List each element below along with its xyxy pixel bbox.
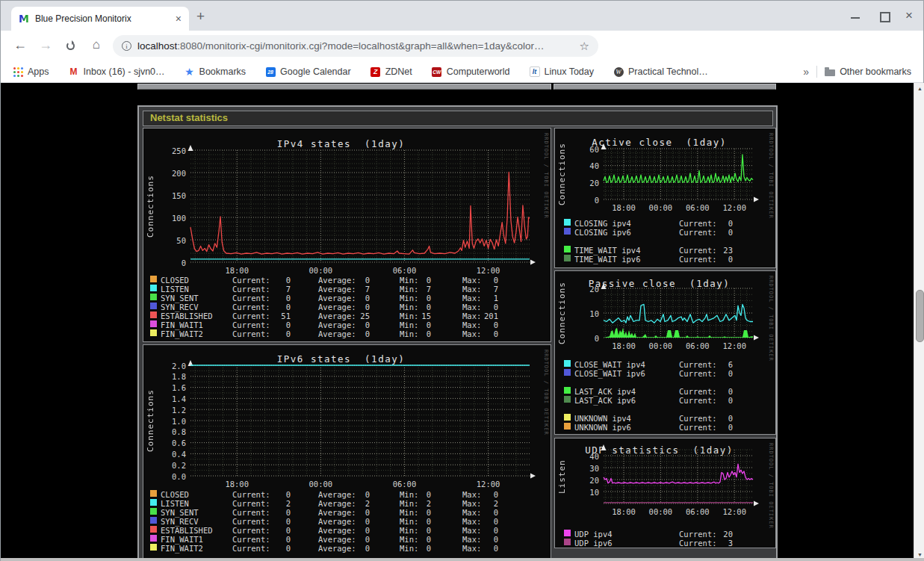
vertical-scrollbar[interactable]: ▲ ▼ [914, 83, 924, 561]
calendar-icon: 28 [266, 67, 276, 77]
legend-text: 7 [469, 285, 498, 294]
legend-text: 0 [406, 526, 431, 535]
legend-row: TIME_WAIT ipv6Current:0 [555, 255, 775, 264]
legend-swatch [564, 360, 571, 367]
y-tick-label: 20 [568, 179, 599, 187]
legend-text: 0 [334, 320, 370, 329]
legend-swatch [564, 414, 571, 421]
forward-button[interactable]: → [37, 37, 55, 53]
page-info-icon[interactable]: i [122, 41, 131, 51]
y-tick-label: 50 [155, 236, 186, 245]
chart-active-close[interactable]: Active close (1day) Connections RRDTOOL … [554, 128, 776, 268]
netstat-section: Netstat statistics IPv4 states (1day) Co… [137, 105, 778, 561]
bookmark-google-calendar[interactable]: 28Google Calendar [265, 66, 351, 77]
bookmark-computerworld[interactable]: CWComputerworld [432, 66, 510, 77]
legend-text: 2 [334, 499, 370, 508]
legend-text: 0 [469, 517, 498, 526]
legend-swatch [564, 530, 571, 536]
chart-ipv4-states[interactable]: IPv4 states (1day) Connections RRDTOOL /… [143, 128, 551, 342]
legend-text: SYN_RECV [161, 303, 199, 312]
y-tick-label: 200 [155, 169, 186, 178]
bookmark-inbox[interactable]: MInbox (16) - sjvn0… [69, 66, 165, 77]
back-button[interactable]: ← [11, 37, 29, 53]
window-bottom-edge [1, 558, 924, 561]
legend-swatch [150, 490, 157, 497]
y-tick-label: 1.8 [155, 372, 186, 381]
bookmark-zdnet[interactable]: ZZDNet [370, 66, 412, 77]
legend-text: 0 [406, 508, 431, 517]
legend-swatch [564, 255, 571, 261]
legend-text: 15 [406, 312, 431, 320]
legend-text: 20 [701, 530, 733, 539]
legend-text: CLOSE_WAIT ipv6 [574, 369, 645, 378]
scroll-up-arrow-icon[interactable]: ▲ [914, 86, 924, 91]
x-axis-arrow-icon [530, 260, 536, 265]
bookmark-star-icon[interactable]: ☆ [580, 40, 589, 53]
legend-text: 0 [255, 526, 291, 535]
x-tick-label: 18:00 [218, 480, 255, 489]
legend-text: FIN_WAIT2 [161, 544, 203, 553]
bookmarks-overflow-chevron[interactable]: » [803, 66, 809, 78]
scrollbar-thumb[interactable] [916, 290, 924, 342]
legend-text: 201 [469, 312, 498, 320]
legend-text: 0 [406, 544, 431, 553]
url-path: :8080/monitorix-cgi/monitorix.cgi?mode=l… [177, 40, 544, 52]
browser-window: M Blue Precision Monitorix × + × ← → ⌂ i… [0, 0, 924, 561]
new-tab-button[interactable]: + [196, 8, 205, 25]
legend-swatch [564, 387, 571, 394]
legend-text: 0 [406, 276, 431, 285]
bookmark-linux-today[interactable]: ltLinux Today [530, 66, 595, 77]
legend-text: LISTEN [161, 285, 189, 294]
y-tick-label: 40 [568, 452, 599, 461]
x-tick-label: 12:00 [716, 203, 753, 212]
browser-tab[interactable]: M Blue Precision Monitorix × [11, 7, 189, 31]
chart-ipv6-states[interactable]: IPv6 states (1day) Connections RRDTOOL /… [143, 344, 551, 559]
legend-text: 0 [334, 490, 370, 499]
legend-row: FIN_WAIT1Current:0Average:0Min:0Max:0 [143, 320, 551, 329]
legend-row: SYN_SENTCurrent:0Average:0Min:0Max:0 [143, 508, 551, 517]
x-tick-label: 18:00 [605, 203, 642, 212]
chart-passive-close[interactable]: Passive close (1day) Connections RRDTOOL… [554, 270, 776, 435]
legend-text: CLOSE_WAIT ipv4 [574, 360, 645, 369]
legend-text: 0 [469, 490, 498, 499]
chart-title: IPv6 states (1day) [143, 353, 539, 365]
legend-row: LAST_ACK ipv4Current:0 [555, 387, 775, 396]
bookmark-practical-technology[interactable]: WPractical Technol… [613, 66, 708, 77]
window-close-button[interactable]: × [905, 8, 913, 23]
star-icon: ★ [185, 66, 195, 77]
chart-udp-statistics[interactable]: UDP statistics (1day) Listen RRDTOOL / T… [554, 438, 776, 548]
legend-row: FIN_WAIT1Current:0Average:0Min:0Max:0 [143, 535, 551, 544]
chart-plot [190, 150, 530, 262]
series-area [604, 328, 753, 338]
scroll-down-arrow-icon[interactable]: ▼ [914, 552, 924, 557]
tab-close-icon[interactable]: × [176, 13, 182, 25]
x-tick-label: 06:00 [679, 341, 716, 350]
home-button[interactable]: ⌂ [87, 37, 105, 52]
other-bookmarks[interactable]: Other bookmarks [825, 66, 911, 77]
legend-text: 0 [701, 219, 733, 228]
legend-text: 0 [701, 255, 733, 264]
reload-button[interactable] [66, 42, 75, 50]
apps-grid-icon [13, 66, 23, 77]
x-tick-label: 06:00 [679, 203, 716, 212]
legend-text: 0 [255, 320, 291, 329]
minimize-button[interactable] [851, 17, 860, 19]
address-bar[interactable]: i localhost:8080/monitorix-cgi/monitorix… [113, 35, 598, 57]
legend-text: 0 [334, 329, 370, 338]
legend-text: 0 [701, 414, 733, 423]
legend-row: UNKNOWN ipv4Current:0 [555, 414, 775, 423]
bookmark-apps[interactable]: Apps [13, 66, 49, 77]
bookmark-bookmarks[interactable]: ★Bookmarks [185, 66, 246, 77]
legend-text: 0 [406, 294, 431, 303]
y-axis-label: Connections [557, 149, 567, 199]
legend-text: 0 [701, 228, 733, 237]
legend-text: 51 [255, 312, 291, 320]
legend-text: 25 [334, 312, 370, 320]
maximize-button[interactable] [880, 12, 890, 22]
legend-text: 0 [469, 276, 498, 285]
window-titlebar: M Blue Precision Monitorix × + × [1, 1, 923, 31]
chart-plot [190, 365, 530, 476]
legend-text: 0 [334, 517, 370, 526]
legend-swatch [564, 539, 571, 545]
x-tick-label: 18:00 [218, 266, 255, 275]
